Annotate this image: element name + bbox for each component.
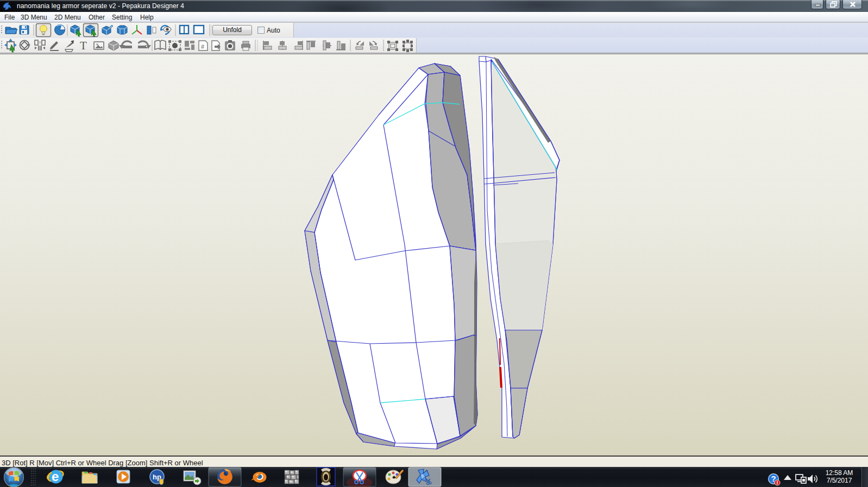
svg-text:T: T — [80, 39, 87, 52]
svg-text:e: e — [52, 469, 59, 484]
svg-text:!: ! — [777, 480, 778, 485]
svg-text:#: # — [201, 43, 205, 50]
